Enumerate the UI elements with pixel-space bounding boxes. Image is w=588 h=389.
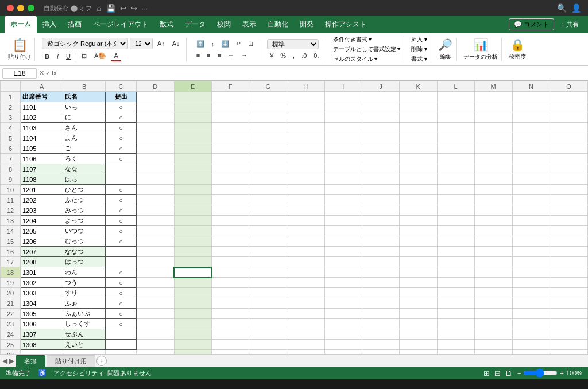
cell-J21[interactable]	[362, 298, 399, 309]
cell-O19[interactable]	[550, 278, 588, 288]
maximize-button[interactable]	[28, 5, 34, 11]
cell-H17[interactable]	[287, 257, 325, 267]
cell-F16[interactable]	[211, 247, 249, 257]
cell-D22[interactable]	[136, 309, 174, 319]
cell-K5[interactable]	[400, 133, 437, 143]
cell-M10[interactable]	[474, 185, 512, 195]
cell-K18[interactable]	[400, 267, 437, 278]
cell-H20[interactable]	[287, 288, 325, 298]
cell-A10[interactable]: 1201	[21, 185, 63, 195]
cell-N6[interactable]	[512, 143, 550, 154]
tab-review[interactable]: 校閲	[211, 16, 237, 33]
currency-btn[interactable]: ¥	[267, 51, 276, 60]
cell-H25[interactable]	[287, 340, 325, 350]
cell-I9[interactable]	[324, 174, 362, 185]
cell-M15[interactable]	[474, 236, 512, 247]
cell-L3[interactable]	[437, 112, 474, 123]
cell-D3[interactable]	[136, 112, 174, 123]
cell-K15[interactable]	[400, 236, 437, 247]
cell-M1[interactable]	[474, 92, 512, 102]
cell-C5[interactable]: ○	[106, 133, 137, 143]
tab-home[interactable]: ホーム	[5, 16, 37, 33]
cell-J19[interactable]	[362, 278, 399, 288]
cell-D13[interactable]	[136, 216, 174, 226]
cell-J25[interactable]	[362, 340, 399, 350]
cell-O21[interactable]	[550, 298, 588, 309]
cell-K3[interactable]	[400, 112, 437, 123]
cell-B13[interactable]: よっつ	[63, 216, 106, 226]
cell-O10[interactable]	[550, 185, 588, 195]
cell-F18[interactable]	[211, 267, 249, 278]
cell-O17[interactable]	[550, 257, 588, 267]
cell-K21[interactable]	[400, 298, 437, 309]
cell-J16[interactable]	[362, 247, 399, 257]
cell-C20[interactable]: ○	[106, 288, 137, 298]
cell-D1[interactable]	[136, 92, 174, 102]
cell-J9[interactable]	[362, 174, 399, 185]
cell-L25[interactable]	[437, 340, 474, 350]
cell-J24[interactable]	[362, 329, 399, 340]
cell-G18[interactable]	[249, 267, 287, 278]
cell-I22[interactable]	[324, 309, 362, 319]
cell-H19[interactable]	[287, 278, 325, 288]
cell-A2[interactable]: 1101	[21, 102, 63, 112]
cell-J7[interactable]	[362, 154, 399, 164]
cell-E20[interactable]	[174, 288, 211, 298]
percent-btn[interactable]: %	[277, 51, 289, 60]
cell-O7[interactable]	[550, 154, 588, 164]
align-middle-btn[interactable]: ↕	[208, 39, 218, 49]
cell-D6[interactable]	[136, 143, 174, 154]
tab-develop[interactable]: 開発	[294, 16, 319, 33]
cell-N11[interactable]	[512, 195, 550, 205]
align-right-btn[interactable]: ≡	[215, 50, 224, 60]
cell-L1[interactable]	[437, 92, 474, 102]
cell-H14[interactable]	[287, 226, 325, 236]
cell-F24[interactable]	[211, 329, 249, 340]
cell-M14[interactable]	[474, 226, 512, 236]
sheet-tab-paste[interactable]: 貼り付け用	[47, 355, 95, 367]
cell-G17[interactable]	[249, 257, 287, 267]
cell-E9[interactable]	[174, 174, 211, 185]
cell-C8[interactable]	[106, 164, 137, 174]
minimize-button[interactable]	[17, 5, 24, 11]
cell-A11[interactable]: 1202	[21, 195, 63, 205]
normal-view-icon[interactable]: ⊞	[483, 369, 490, 378]
cell-J18[interactable]	[362, 267, 399, 278]
cell-L24[interactable]	[437, 329, 474, 340]
spreadsheet[interactable]: A B C D E F G H I J K L M N O	[0, 81, 588, 354]
cell-C9[interactable]	[106, 174, 137, 185]
cell-O22[interactable]	[550, 309, 588, 319]
cell-B10[interactable]: ひとつ	[63, 185, 106, 195]
cell-B6[interactable]: ご	[63, 143, 106, 154]
cell-C18[interactable]: ○	[106, 267, 137, 278]
wrap-text-btn[interactable]: ↵	[233, 39, 244, 49]
cell-J23[interactable]	[362, 319, 399, 329]
cell-H13[interactable]	[287, 216, 325, 226]
cell-A12[interactable]: 1203	[21, 205, 63, 216]
cell-I4[interactable]	[324, 123, 362, 133]
font-name-selector[interactable]: 遊ゴシック Regular (本文)	[42, 38, 128, 49]
cell-N15[interactable]	[512, 236, 550, 247]
cell-K17[interactable]	[400, 257, 437, 267]
cell-I11[interactable]	[324, 195, 362, 205]
cell-F25[interactable]	[211, 340, 249, 350]
cell-M12[interactable]	[474, 205, 512, 216]
cell-F22[interactable]	[211, 309, 249, 319]
cell-B19[interactable]: つう	[63, 278, 106, 288]
cell-N21[interactable]	[512, 298, 550, 309]
cell-A23[interactable]: 1306	[21, 319, 63, 329]
cell-G16[interactable]	[249, 247, 287, 257]
cell-O23[interactable]	[550, 319, 588, 329]
cell-M16[interactable]	[474, 247, 512, 257]
cell-D11[interactable]	[136, 195, 174, 205]
cell-I2[interactable]	[324, 102, 362, 112]
col-header-L[interactable]: L	[437, 81, 474, 92]
cell-A14[interactable]: 1205	[21, 226, 63, 236]
cell-D8[interactable]	[136, 164, 174, 174]
cell-F2[interactable]	[211, 102, 249, 112]
cell-N10[interactable]	[512, 185, 550, 195]
cell-J13[interactable]	[362, 216, 399, 226]
cell-J17[interactable]	[362, 257, 399, 267]
cell-D23[interactable]	[136, 319, 174, 329]
cell-L12[interactable]	[437, 205, 474, 216]
